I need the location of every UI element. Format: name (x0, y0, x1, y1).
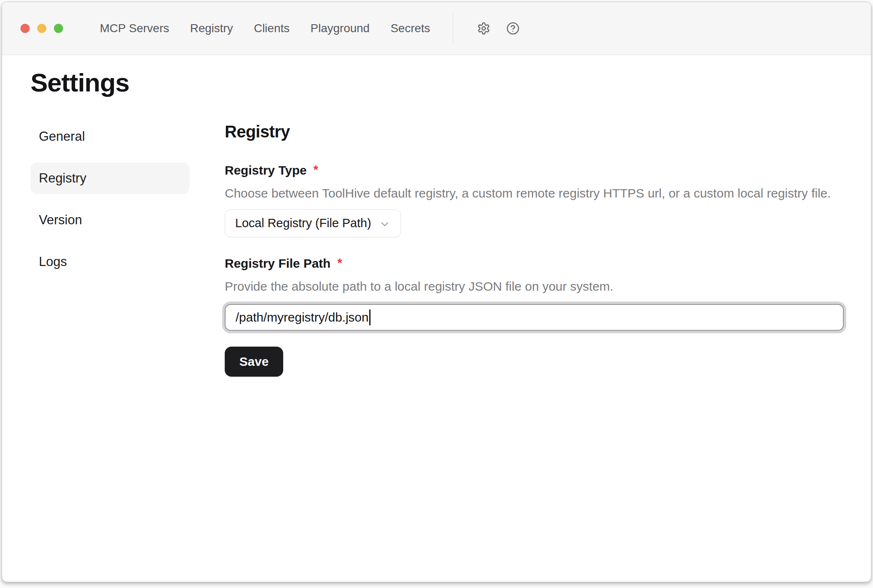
gear-icon (477, 22, 490, 35)
registry-settings-panel: Registry Registry Type * Choose between … (225, 122, 844, 377)
registry-type-selected-value: Local Registry (File Path) (235, 216, 371, 230)
nav-item-mcp-servers[interactable]: MCP Servers (100, 22, 169, 35)
titlebar: MCP Servers Registry Clients Playground … (2, 2, 871, 55)
main-nav: MCP Servers Registry Clients Playground … (100, 22, 430, 35)
close-window-button[interactable] (20, 24, 30, 33)
registry-type-label: Registry Type (225, 162, 307, 178)
page-title: Settings (30, 68, 871, 97)
registry-type-description: Choose between ToolHive default registry… (225, 185, 844, 201)
zoom-window-button[interactable] (54, 24, 63, 33)
traffic-lights (20, 24, 63, 33)
nav-item-registry[interactable]: Registry (190, 22, 233, 35)
help-button[interactable] (503, 19, 523, 38)
nav-item-clients[interactable]: Clients (254, 22, 290, 35)
registry-file-path-required-asterisk: * (337, 256, 342, 269)
settings-sidebar: General Registry Version Logs (30, 121, 190, 377)
registry-type-required-asterisk: * (313, 162, 318, 176)
sidebar-item-registry[interactable]: Registry (30, 162, 190, 194)
nav-item-playground[interactable]: Playground (310, 22, 370, 35)
settings-page: Settings General Registry Version Logs R… (2, 55, 871, 582)
registry-file-path-value: /path/myregistry/db.json (236, 310, 368, 324)
titlebar-divider (453, 13, 453, 44)
registry-file-path-description: Provide the absolute path to a local reg… (225, 279, 844, 294)
save-button[interactable]: Save (225, 347, 283, 377)
settings-gear-button[interactable] (474, 19, 493, 38)
sidebar-item-general[interactable]: General (30, 121, 190, 152)
registry-file-path-input[interactable]: /path/myregistry/db.json (225, 304, 844, 331)
section-heading: Registry (225, 122, 844, 142)
sidebar-item-version[interactable]: Version (30, 204, 190, 236)
question-mark-circle-icon (506, 22, 520, 35)
app-window: MCP Servers Registry Clients Playground … (2, 2, 871, 582)
minimize-window-button[interactable] (37, 24, 46, 33)
text-caret (369, 309, 371, 325)
sidebar-item-logs[interactable]: Logs (30, 246, 190, 278)
chevron-down-icon (379, 218, 391, 230)
registry-type-select[interactable]: Local Registry (File Path) (225, 209, 401, 237)
nav-item-secrets[interactable]: Secrets (391, 22, 430, 35)
registry-file-path-label: Registry File Path (225, 256, 330, 271)
